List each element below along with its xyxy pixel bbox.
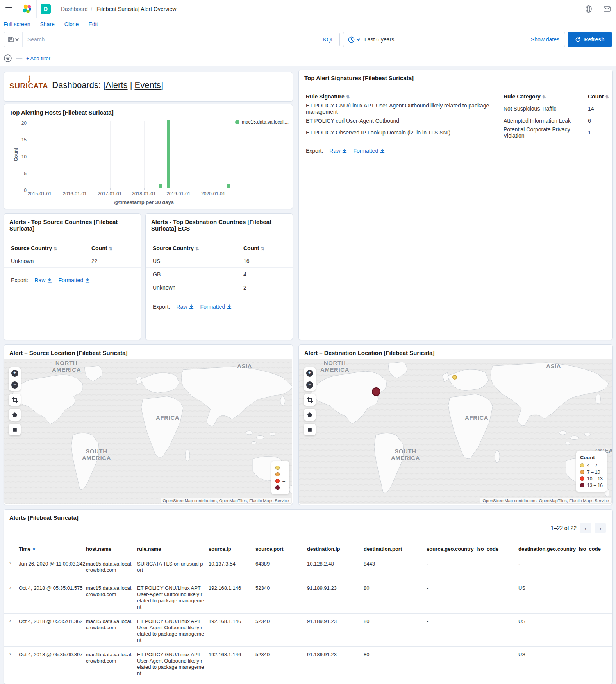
destination-ip-cell: 10.128.2.48 [307,556,364,580]
space-avatar[interactable]: D [37,0,55,18]
column-destination-port[interactable]: destination.port [364,546,427,552]
axis-tick [179,188,179,190]
crop-tool-button[interactable] [304,394,316,406]
share-link[interactable]: Share [40,21,54,27]
export-raw-link[interactable]: Raw [34,277,52,283]
column-source-port[interactable]: source.port [255,546,307,552]
legend-dot-icon [580,483,584,487]
export-formatted-link[interactable]: Formatted [200,304,232,310]
add-filter-button[interactable]: + Add filter [26,56,50,61]
refresh-button[interactable]: Refresh [568,32,612,47]
source-geo-cell: - [427,580,518,613]
filter-icon[interactable] [4,54,12,63]
mail-icon[interactable] [598,0,616,18]
suricata-logo: SURICATA [9,82,48,90]
map-canvas[interactable]: + − NORTH AMERICA ASIA AFRICA SOUTH AMER… [4,359,292,504]
y-tick-label: 15 [16,137,27,143]
sort-desc-icon: ▼ [32,547,36,551]
breadcrumb-separator: / [91,6,93,12]
source-ip-cell: 192.168.1.146 [209,614,255,646]
crop-tool-button[interactable] [9,394,21,406]
zoom-in-button[interactable]: + [9,367,21,379]
draw-bounds-button[interactable] [9,424,21,435]
chart-bar[interactable] [227,184,230,188]
events-link[interactable]: Events [135,80,161,90]
chart-gridline [110,121,111,188]
column-destination-geo[interactable]: destination.geo.country_iso_code [518,546,612,552]
column-source-geo[interactable]: source.geo.country_iso_code [427,546,518,552]
column-rule-category[interactable]: Rule Category⇅ [504,93,588,100]
expand-row-button[interactable]: › [9,556,19,580]
column-count[interactable]: Count⇅ [243,245,293,251]
previous-page-button[interactable]: ‹ [580,523,591,533]
export-row: Export: Raw Formatted [4,268,141,283]
next-page-button[interactable]: › [595,523,606,533]
column-rule-name[interactable]: rule.name [137,546,209,552]
column-rule-signature[interactable]: Rule Signature⇅ [306,93,504,100]
zoom-out-button[interactable]: − [9,379,21,391]
download-icon [85,278,90,283]
chart-gridline [214,121,214,188]
breadcrumb-dashboard[interactable]: Dashboard [61,6,88,12]
chart-bar[interactable] [167,120,170,188]
expand-row-button[interactable]: › [9,680,19,684]
time-picker-dropdown[interactable]: Last 6 years [343,36,399,43]
column-source-country[interactable]: Source Country⇅ [11,245,91,251]
elastic-logo-icon[interactable] [18,0,36,18]
draw-bounds-button[interactable] [304,424,316,435]
saved-query-menu-button[interactable] [4,32,23,47]
alerts-link[interactable]: Alerts [105,80,127,90]
alert-table-row: ›Jun 26, 2020 @ 11:00:03.342mac15.data.v… [4,556,612,580]
column-count[interactable]: Count⇅ [91,245,141,251]
column-count[interactable]: Count⇅ [588,93,612,100]
news-feed-icon[interactable] [580,0,598,18]
export-raw-link[interactable]: Raw [329,148,347,154]
export-label: Export: [11,277,28,283]
expand-row-button[interactable]: › [9,614,19,646]
filter-dash: — [16,55,22,62]
sort-icon: ⇅ [195,246,199,251]
rule-name-cell: ET POLICY GNU/Linux APT User-Agent Outbo… [137,580,209,613]
destination-port-cell: 80 [364,614,427,646]
column-destination-ip[interactable]: destination.ip [307,546,364,552]
column-time[interactable]: Time▼ [19,546,86,552]
edit-link[interactable]: Edit [88,21,98,27]
countries-table-body: US16GB4Unknown2 [146,254,293,294]
bar-chart-plot[interactable] [30,121,258,188]
source-ip-cell: 192.168.1.146 [209,580,255,613]
zoom-out-button[interactable]: − [304,379,316,391]
export-formatted-link[interactable]: Formatted [353,148,385,154]
alerts-table-body: ›Jun 26, 2020 @ 11:00:03.342mac15.data.v… [4,556,612,684]
rule-category-cell: Not Suspicious Traffic [504,106,588,112]
draw-polygon-button[interactable] [304,409,316,421]
chart-bar[interactable] [159,184,162,188]
y-tick-label: 20 [16,120,27,126]
export-formatted-link[interactable]: Formatted [58,277,90,283]
export-label: Export: [306,148,323,154]
expand-row-button[interactable]: › [9,647,19,680]
column-source-country[interactable]: Source Country⇅ [153,245,243,251]
host-name-cell: mac15.data.va.local.crowbird.com [86,647,137,680]
alert-location-marker[interactable] [452,375,457,380]
rule-name-cell: ET POLICY GNU/Linux APT User-Agent Outbo… [137,647,209,680]
download-icon [189,304,194,309]
draw-polygon-button[interactable] [9,409,21,421]
legend-dot-icon [275,479,280,483]
kql-language-button[interactable]: KQL [318,36,339,43]
time-cell: Jun 26, 2020 @ 11:00:03.342 [19,556,86,580]
column-source-ip[interactable]: source.ip [209,546,255,552]
sort-icon: ⇅ [542,95,546,99]
clone-link[interactable]: Clone [64,21,79,27]
column-host-name[interactable]: host.name [86,546,137,552]
map-canvas[interactable]: + − NORTH AMERICA ASIA AFRICA SOUTH AMER… [299,359,612,504]
expand-row-button[interactable]: › [9,580,19,613]
show-dates-button[interactable]: Show dates [525,36,565,43]
export-raw-link[interactable]: Raw [176,304,194,310]
zoom-in-button[interactable]: + [304,367,316,379]
source-ip-cell: 10.137.3.54 [209,556,255,580]
pagination: 1–22 of 22 ‹ › [551,523,606,533]
search-input[interactable] [23,36,318,43]
pagination-range: 1–22 of 22 [551,525,577,531]
menu-icon[interactable] [0,0,18,18]
full-screen-link[interactable]: Full screen [4,21,30,27]
